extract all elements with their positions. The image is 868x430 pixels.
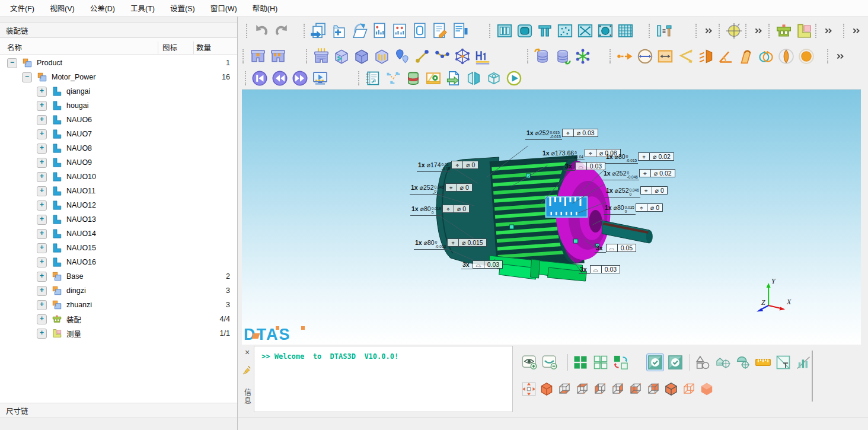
expand-plus-icon[interactable]: + xyxy=(37,158,47,168)
monitor-play-icon[interactable] xyxy=(312,70,328,87)
box-gear-icon[interactable] xyxy=(333,47,350,65)
expand-plus-icon[interactable]: + xyxy=(37,229,47,239)
open-file-icon[interactable] xyxy=(350,22,368,40)
solid-cube-icon[interactable] xyxy=(663,381,679,397)
shapes-group-icon[interactable] xyxy=(694,354,711,371)
tree-row[interactable]: −Motor_Power16 xyxy=(0,70,237,84)
plane-feature-icon[interactable] xyxy=(496,22,513,40)
tree-row[interactable]: −Product1 xyxy=(0,56,237,70)
width-measure-icon[interactable] xyxy=(656,47,674,65)
expand-plus-icon[interactable]: + xyxy=(37,286,47,296)
swap-squares-icon[interactable] xyxy=(612,354,629,371)
overflow-icon[interactable] xyxy=(702,22,715,40)
message-console[interactable]: >> Welcome to DTAS3D V10.0.0! xyxy=(254,346,513,412)
spec-notebook-icon[interactable] xyxy=(365,70,381,87)
tree-row[interactable]: +NAUO13 xyxy=(0,212,237,227)
tree-row[interactable]: +qiangai xyxy=(0,84,237,98)
tree-item-label[interactable]: qiangai xyxy=(66,87,90,95)
tree-row[interactable]: +NAUO7 xyxy=(0,127,237,141)
tree-item-label[interactable]: NAUO12 xyxy=(66,201,96,209)
tree-item-label[interactable]: NAUO11 xyxy=(66,187,95,195)
tree-row[interactable]: +测量1/1 xyxy=(0,326,237,340)
pin-mate-icon[interactable] xyxy=(655,22,673,40)
datum-target-icon[interactable] xyxy=(725,22,743,40)
cube-right-icon[interactable] xyxy=(610,381,626,397)
export-doc-icon[interactable] xyxy=(445,70,462,87)
attach-file-icon[interactable] xyxy=(451,22,469,40)
show-eye-icon[interactable] xyxy=(521,354,538,371)
menu-item-3[interactable]: 工具(T) xyxy=(123,2,162,14)
edit-file-icon[interactable] xyxy=(431,22,449,40)
clamp-b-icon[interactable] xyxy=(269,47,287,65)
tree-item-label[interactable]: NAUO6 xyxy=(66,116,92,124)
angle-datum-icon[interactable] xyxy=(717,47,735,65)
expand-plus-icon[interactable]: + xyxy=(37,314,47,324)
ruler-icon[interactable] xyxy=(755,354,771,371)
tree-row[interactable]: +Base2 xyxy=(0,269,237,284)
tree-row[interactable]: +NAUO9 xyxy=(0,155,237,170)
face-feature-icon[interactable] xyxy=(516,22,534,40)
play-circle-icon[interactable] xyxy=(506,70,522,87)
mirror-pages-icon[interactable] xyxy=(465,70,482,87)
tree-row[interactable]: +NAUO6 xyxy=(0,113,237,127)
redo-icon[interactable] xyxy=(273,22,291,40)
menu-item-2[interactable]: 公差(D) xyxy=(82,2,123,14)
cylinder-rotate-a-icon[interactable] xyxy=(534,47,551,65)
drawing-gear-icon[interactable] xyxy=(425,70,442,87)
bar-chart-icon[interactable] xyxy=(795,354,812,371)
circularity-icon[interactable] xyxy=(797,47,815,65)
clamp-a-icon[interactable] xyxy=(249,47,267,65)
expand-plus-icon[interactable]: + xyxy=(37,115,47,125)
console-close-icon[interactable]: × xyxy=(245,348,250,356)
angle-measure-icon[interactable] xyxy=(676,47,694,65)
diameter-measure-icon[interactable] xyxy=(636,47,654,65)
menu-item-0[interactable]: 文件(F) xyxy=(2,2,42,14)
grid-filled-icon[interactable] xyxy=(572,354,589,371)
expand-plus-icon[interactable]: + xyxy=(37,172,47,182)
link-two-points-icon[interactable] xyxy=(413,47,431,65)
circle-feature-icon[interactable] xyxy=(596,22,614,40)
expand-plus-icon[interactable]: + xyxy=(37,243,47,253)
shapes-target-icon[interactable] xyxy=(714,354,731,371)
tree-item-label[interactable]: Base xyxy=(66,272,84,281)
hide-eye-icon[interactable] xyxy=(541,354,558,371)
grid-outline-icon[interactable] xyxy=(592,354,609,371)
step-back-icon[interactable] xyxy=(272,70,288,87)
tree-item-label[interactable]: NAUO15 xyxy=(66,244,96,252)
tree-item-label[interactable]: NAUO8 xyxy=(66,144,92,152)
h1-datum-icon[interactable] xyxy=(474,47,492,65)
menu-item-5[interactable]: 窗口(W) xyxy=(203,2,245,14)
assembly-group-icon[interactable] xyxy=(775,22,793,40)
tree-row[interactable]: +装配4/4 xyxy=(0,312,237,326)
tree-item-label[interactable]: 装配 xyxy=(66,314,81,325)
console-info-label[interactable]: 信息 xyxy=(242,388,253,405)
surface-profile-icon[interactable] xyxy=(737,47,755,65)
link-three-points-icon[interactable] xyxy=(433,47,451,65)
expand-plus-icon[interactable]: + xyxy=(37,129,47,139)
tree-item-label[interactable]: Product xyxy=(37,59,62,67)
tree-item-label[interactable]: hougai xyxy=(66,101,89,110)
cube-left-icon[interactable] xyxy=(592,381,608,397)
check-plain-icon[interactable] xyxy=(667,354,684,371)
expand-plus-icon[interactable]: + xyxy=(37,144,47,154)
tree-row[interactable]: +dingzi3 xyxy=(0,284,237,298)
compare-file-icon[interactable] xyxy=(391,22,409,40)
iso-view-icon[interactable] xyxy=(539,381,554,397)
cylinder-rotate-b-icon[interactable] xyxy=(554,47,572,65)
skip-start-icon[interactable] xyxy=(251,70,268,87)
menu-item-6[interactable]: 帮助(H) xyxy=(245,2,285,14)
expand-plus-icon[interactable]: + xyxy=(37,215,47,225)
overflow-icon[interactable] xyxy=(834,47,847,65)
tree-item-label[interactable]: zhuanzi xyxy=(66,301,92,309)
network-icon[interactable] xyxy=(454,47,471,65)
expand-plus-icon[interactable]: + xyxy=(37,272,47,282)
tree-row[interactable]: +NAUO8 xyxy=(0,141,237,155)
ruler-overlay-icon[interactable] xyxy=(546,197,588,217)
shaded-cube-icon[interactable] xyxy=(699,381,714,397)
tree-item-label[interactable]: NAUO7 xyxy=(66,130,92,138)
plane-angle-icon[interactable] xyxy=(697,47,714,65)
menu-item-4[interactable]: 设置(S) xyxy=(162,2,203,14)
tree-row[interactable]: +NAUO15 xyxy=(0,241,237,255)
undo-icon[interactable] xyxy=(253,22,270,40)
cross-feature-icon[interactable] xyxy=(576,22,594,40)
